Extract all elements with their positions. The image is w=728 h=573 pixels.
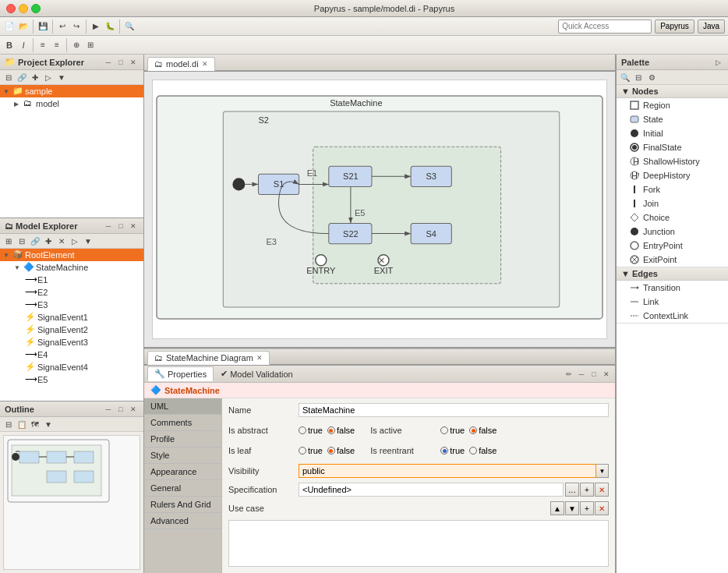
project-explorer-item-sample[interactable]: ▼ 📁 sample: [0, 85, 143, 97]
palette-item-finalstate[interactable]: FinalState: [617, 140, 728, 154]
outline-tool2[interactable]: 📋: [16, 418, 28, 430]
spec-btn-1[interactable]: …: [565, 483, 579, 497]
is-abstract-false[interactable]: false: [327, 426, 355, 435]
zoom-icon[interactable]: ⊕: [70, 39, 83, 51]
me-item-e5[interactable]: ⟶ E5: [0, 373, 143, 386]
palette-search-icon[interactable]: 🔍: [619, 71, 631, 83]
redo-icon[interactable]: ↪: [70, 20, 83, 33]
outline-canvas[interactable]: [3, 435, 140, 570]
me-item-e4[interactable]: ⟶ E4: [0, 348, 143, 361]
me-tool2-icon[interactable]: ⊟: [16, 235, 28, 247]
palette-settings-icon[interactable]: ⚙: [645, 71, 658, 83]
outline-menu[interactable]: ▼: [42, 418, 55, 430]
is-active-false-radio[interactable]: [469, 426, 477, 434]
is-reentrant-true[interactable]: true: [440, 446, 465, 455]
close-panel-icon[interactable]: ✕: [128, 57, 139, 68]
uc-btn-up[interactable]: ▲: [550, 501, 564, 515]
align-left-icon[interactable]: ≡: [37, 39, 49, 51]
name-input[interactable]: [299, 403, 609, 417]
palette-item-junction[interactable]: Junction: [617, 225, 728, 239]
me-sm-arrow[interactable]: ▼: [14, 264, 22, 271]
palette-edges-header[interactable]: ▼ Edges: [617, 267, 728, 281]
me-item-se1[interactable]: ⚡ SignalEvent1: [0, 311, 143, 324]
palette-item-link[interactable]: Link: [617, 295, 728, 309]
palette-item-choice[interactable]: Choice: [617, 210, 728, 225]
me-minimize-icon[interactable]: ─: [103, 221, 114, 232]
uc-btn-add[interactable]: +: [580, 501, 594, 515]
prop-section-uml[interactable]: UML: [144, 398, 221, 415]
is-active-true[interactable]: true: [440, 426, 465, 435]
outline-close-icon[interactable]: ✕: [128, 404, 139, 415]
outline-maximize-icon[interactable]: □: [115, 404, 126, 415]
uc-btn-down[interactable]: ▼: [565, 501, 579, 515]
is-active-true-radio[interactable]: [440, 426, 448, 434]
is-leaf-false-radio[interactable]: [327, 447, 335, 455]
is-leaf-false[interactable]: false: [327, 446, 355, 455]
minimize-button[interactable]: [19, 4, 28, 13]
me-item-e1[interactable]: ⟶ E1: [0, 274, 143, 286]
specification-input[interactable]: [299, 483, 564, 497]
tree-arrow-sample[interactable]: ▼: [3, 88, 11, 95]
me-item-e3[interactable]: ⟶ E3: [0, 299, 143, 311]
uc-btn-del[interactable]: ✕: [595, 501, 609, 515]
is-abstract-false-radio[interactable]: [327, 426, 335, 434]
file-icon[interactable]: 📄: [3, 20, 16, 33]
new-icon[interactable]: ✚: [29, 71, 41, 83]
undo-icon[interactable]: ↩: [56, 20, 69, 33]
is-reentrant-false-radio[interactable]: [469, 447, 477, 455]
palette-arrow-icon[interactable]: ▷: [712, 57, 723, 68]
me-tool1-icon[interactable]: ⊞: [2, 235, 15, 247]
me-item-se3[interactable]: ⚡ SignalEvent3: [0, 336, 143, 348]
is-abstract-true-radio[interactable]: [299, 426, 306, 434]
sm-diagram-tab[interactable]: 🗂 StateMachine Diagram ✕: [147, 351, 270, 365]
collapse-all-icon[interactable]: ⊟: [2, 71, 15, 83]
me-close-icon[interactable]: ✕: [128, 221, 139, 232]
project-explorer-actions[interactable]: ─ □ ✕: [103, 57, 139, 68]
editor-tab-close-icon[interactable]: ✕: [202, 60, 208, 68]
visibility-input[interactable]: [299, 464, 596, 478]
palette-item-initial[interactable]: Initial: [617, 126, 728, 140]
palette-item-exitpoint[interactable]: ExitPoint: [617, 253, 728, 267]
spec-btn-3[interactable]: ✕: [595, 483, 609, 497]
is-active-false[interactable]: false: [469, 426, 497, 435]
palette-nodes-header[interactable]: ▼ Nodes: [617, 85, 728, 98]
outline-tool1[interactable]: ⊟: [2, 418, 15, 430]
prop-minimize-icon[interactable]: ─: [576, 369, 587, 380]
prop-tab-validation[interactable]: ✔ Model Validation: [214, 366, 300, 381]
me-item-statemachine[interactable]: ▼ 🔷 StateMachine: [0, 261, 143, 274]
model-explorer-actions[interactable]: ─ □ ✕: [103, 221, 139, 232]
me-item-e2[interactable]: ⟶ E2: [0, 286, 143, 299]
is-reentrant-true-radio[interactable]: [440, 447, 448, 455]
is-leaf-true-radio[interactable]: [299, 447, 306, 455]
me-item-se4[interactable]: ⚡ SignalEvent4: [0, 361, 143, 373]
palette-item-fork[interactable]: Fork: [617, 182, 728, 196]
me-menu-icon[interactable]: ▼: [82, 235, 94, 247]
is-reentrant-false[interactable]: false: [469, 446, 497, 455]
bold-icon[interactable]: B: [3, 39, 16, 51]
prop-maximize-icon[interactable]: □: [588, 369, 599, 380]
visibility-dropdown-button[interactable]: ▼: [596, 464, 609, 478]
diagram-area[interactable]: StateMachine S2 S1 S21: [144, 72, 615, 347]
use-case-area[interactable]: [228, 520, 609, 567]
palette-item-region[interactable]: Region: [617, 98, 728, 112]
debug-icon[interactable]: 🐛: [104, 20, 116, 33]
save-icon[interactable]: 💾: [37, 20, 49, 33]
minimize-panel-icon[interactable]: ─: [103, 57, 114, 68]
menu-icon[interactable]: ▼: [55, 71, 68, 83]
forward-icon[interactable]: ▷: [42, 71, 55, 83]
prop-edit-icon[interactable]: ✏: [564, 369, 574, 380]
maximize-panel-icon[interactable]: □: [115, 57, 126, 68]
prop-section-profile[interactable]: Profile: [144, 431, 221, 447]
is-abstract-true[interactable]: true: [299, 426, 323, 435]
perspective-java-button[interactable]: Java: [698, 19, 725, 34]
palette-item-deephistory[interactable]: H* DeepHistory: [617, 168, 728, 182]
quick-access-input[interactable]: [558, 19, 652, 34]
prop-tab-properties[interactable]: 🔧 Properties: [147, 366, 214, 381]
search-icon[interactable]: 🔍: [123, 20, 136, 33]
outline-minimize-icon[interactable]: ─: [103, 404, 114, 415]
me-tool5-icon[interactable]: ✕: [55, 235, 68, 247]
me-maximize-icon[interactable]: □: [115, 221, 126, 232]
is-leaf-true[interactable]: true: [299, 446, 323, 455]
me-item-root[interactable]: ▼ 📦 RootElement: [0, 249, 143, 261]
grid-icon[interactable]: ⊞: [84, 39, 97, 51]
